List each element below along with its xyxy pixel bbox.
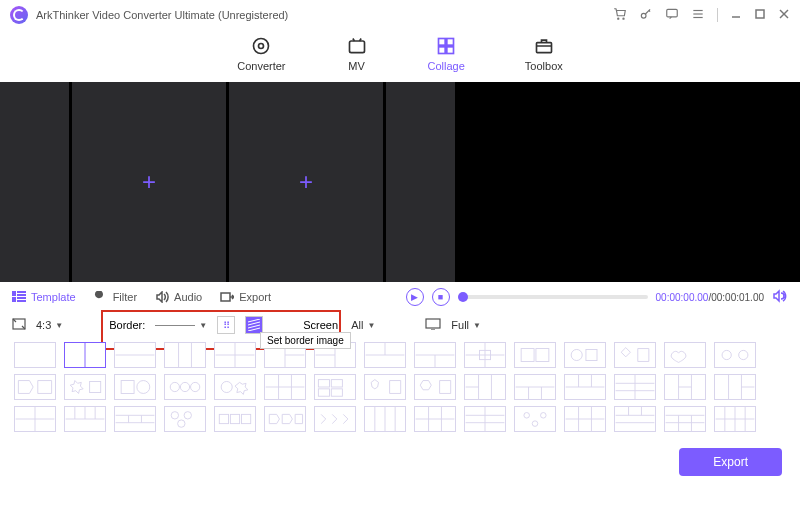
display-dropdown[interactable]: Full ▼: [451, 319, 481, 331]
template-item[interactable]: [714, 342, 756, 368]
collage-slot[interactable]: +: [72, 82, 226, 282]
key-icon[interactable]: [639, 7, 653, 23]
play-button[interactable]: ▶: [406, 288, 424, 306]
template-item[interactable]: [264, 406, 306, 432]
svg-line-30: [248, 328, 260, 331]
tab-export[interactable]: Export: [220, 291, 271, 303]
template-item[interactable]: [164, 342, 206, 368]
template-item[interactable]: [614, 406, 656, 432]
svg-rect-14: [439, 39, 446, 46]
template-item[interactable]: [364, 406, 406, 432]
nav-mv[interactable]: MV: [346, 36, 368, 72]
svg-point-99: [184, 412, 191, 419]
collage-slot[interactable]: [386, 82, 455, 282]
screen-dropdown[interactable]: All ▼: [351, 319, 375, 331]
svg-rect-51: [536, 349, 549, 362]
svg-rect-103: [241, 414, 250, 423]
nav-label: Converter: [237, 60, 285, 72]
collage-editor: + +: [0, 82, 455, 282]
svg-rect-31: [426, 319, 440, 328]
template-item[interactable]: [664, 374, 706, 400]
svg-point-58: [137, 381, 150, 394]
border-style-dropdown[interactable]: ▼: [155, 321, 207, 330]
volume-icon[interactable]: [772, 289, 788, 305]
template-item[interactable]: [414, 406, 456, 432]
template-item[interactable]: [564, 374, 606, 400]
separator: [717, 8, 718, 22]
timeline-slider[interactable]: [458, 295, 648, 299]
template-item[interactable]: [514, 374, 556, 400]
template-item[interactable]: [714, 374, 756, 400]
template-item[interactable]: [214, 374, 256, 400]
svg-rect-25: [221, 293, 230, 301]
add-media-icon: +: [299, 168, 313, 196]
maximize-icon[interactable]: [754, 8, 766, 22]
close-icon[interactable]: [778, 8, 790, 22]
border-color-button[interactable]: ⠿: [217, 316, 235, 334]
template-item[interactable]: [214, 342, 256, 368]
menu-icon[interactable]: [691, 7, 705, 23]
tab-filter[interactable]: Filter: [94, 291, 137, 303]
sub-controls: Template Filter Audio Export ▶ ■ 00:00:0…: [0, 282, 800, 312]
template-item[interactable]: [664, 342, 706, 368]
template-item[interactable]: [114, 374, 156, 400]
template-item[interactable]: [514, 406, 556, 432]
template-item[interactable]: [564, 342, 606, 368]
export-button[interactable]: Export: [679, 448, 782, 476]
template-item[interactable]: [264, 374, 306, 400]
minimize-icon[interactable]: [730, 8, 742, 22]
nav-converter[interactable]: Converter: [237, 36, 285, 72]
template-item[interactable]: [114, 342, 156, 368]
svg-rect-13: [349, 41, 364, 53]
playback-controls: ▶ ■ 00:00:00.00/00:00:01.00: [406, 288, 788, 306]
audio-icon: [155, 291, 169, 303]
chevron-down-icon: ▼: [473, 321, 481, 330]
svg-point-54: [722, 350, 731, 359]
template-item[interactable]: [414, 374, 456, 400]
template-item[interactable]: [64, 406, 106, 432]
ratio-value: 4:3: [36, 319, 51, 331]
nav-collage[interactable]: Collage: [428, 36, 465, 72]
nav-toolbox[interactable]: Toolbox: [525, 36, 563, 72]
template-item[interactable]: [514, 342, 556, 368]
template-item[interactable]: [14, 374, 56, 400]
template-item[interactable]: [114, 406, 156, 432]
svg-point-0: [618, 18, 619, 19]
template-item[interactable]: [464, 374, 506, 400]
screen-label: Screen:: [303, 319, 341, 331]
template-item[interactable]: [464, 342, 506, 368]
template-item[interactable]: [164, 374, 206, 400]
template-item[interactable]: [714, 406, 756, 432]
cart-icon[interactable]: [613, 7, 627, 23]
template-item[interactable]: [314, 406, 356, 432]
timeline-knob[interactable]: [458, 292, 468, 302]
svg-point-114: [541, 413, 547, 419]
svg-rect-57: [121, 381, 134, 394]
svg-rect-24: [17, 300, 26, 302]
template-item[interactable]: [464, 406, 506, 432]
template-item[interactable]: [564, 406, 606, 432]
stop-button[interactable]: ■: [432, 288, 450, 306]
collage-slot[interactable]: [0, 82, 69, 282]
template-item[interactable]: [14, 406, 56, 432]
template-item[interactable]: [664, 406, 706, 432]
template-item[interactable]: [364, 374, 406, 400]
chevron-down-icon: ▼: [367, 321, 375, 330]
template-item[interactable]: [614, 374, 656, 400]
feedback-icon[interactable]: [665, 7, 679, 23]
template-item[interactable]: [214, 406, 256, 432]
preview-output: [458, 82, 800, 282]
template-item[interactable]: [14, 342, 56, 368]
tab-audio[interactable]: Audio: [155, 291, 202, 303]
aspect-ratio-dropdown[interactable]: 4:3 ▼: [36, 319, 63, 331]
template-item[interactable]: [64, 342, 106, 368]
template-item[interactable]: [164, 406, 206, 432]
collage-slot[interactable]: +: [229, 82, 383, 282]
template-item[interactable]: [64, 374, 106, 400]
template-item[interactable]: [314, 374, 356, 400]
tab-template[interactable]: Template: [12, 291, 76, 303]
template-item[interactable]: [414, 342, 456, 368]
template-item[interactable]: [614, 342, 656, 368]
svg-rect-22: [12, 297, 16, 302]
template-item[interactable]: [364, 342, 406, 368]
